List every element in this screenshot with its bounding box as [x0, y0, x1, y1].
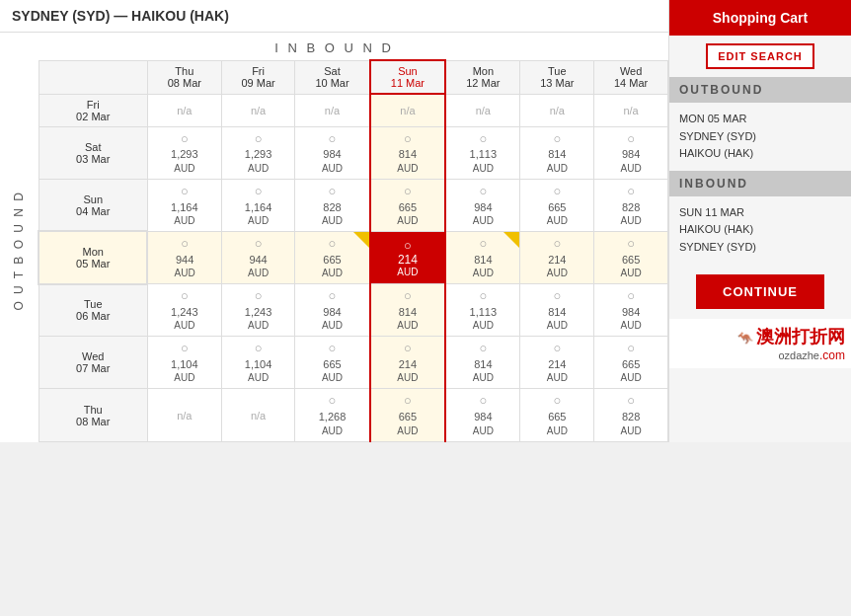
cell[interactable]: ○944AUD: [221, 231, 295, 283]
outbound-from: SYDNEY (SYD): [679, 128, 841, 146]
table-row: Sun04 Mar○1,164AUD○1,164AUD○828AUD○665AU…: [39, 179, 668, 231]
cell[interactable]: n/a: [370, 94, 446, 126]
cell[interactable]: n/a: [295, 94, 370, 126]
inbound-label: I N B O U N D: [0, 33, 668, 59]
cell[interactable]: ○828AUD: [295, 179, 370, 231]
cell[interactable]: ○814AUD: [445, 231, 520, 283]
logo-url: ozdazhe.com: [778, 349, 845, 361]
cell[interactable]: ○984AUD: [594, 284, 668, 337]
cell[interactable]: ○984AUD: [445, 179, 520, 231]
row-header-wed: Wed07 Mar: [39, 337, 147, 389]
col-header-tue: Tue13 Mar: [520, 60, 594, 94]
cell[interactable]: ○984AUD: [445, 389, 520, 441]
row-header-mon: Mon05 Mar: [39, 231, 147, 283]
page-title: SYDNEY (SYD) — HAIKOU (HAK): [0, 0, 668, 33]
inbound-flight-info: SUN 11 MAR HAIKOU (HAK) SYDNEY (SYD): [669, 196, 851, 265]
cell[interactable]: ○665AUD: [370, 179, 446, 231]
outbound-label-col: O U T B O U N D: [0, 59, 38, 442]
table-row: Thu08 Marn/an/a○1,268AUD○665AUD○984AUD○6…: [39, 389, 668, 441]
corner-cell: [39, 60, 147, 94]
cell[interactable]: ○665AUD: [370, 389, 446, 441]
outbound-label-text: O U T B O U N D: [12, 183, 26, 319]
cell[interactable]: ○1,104AUD: [221, 337, 295, 389]
cell[interactable]: ○814AUD: [445, 337, 520, 389]
cell[interactable]: ○214AUD: [370, 231, 446, 283]
col-header-sat: Sat10 Mar: [295, 60, 370, 94]
shopping-cart-header: Shopping Cart: [669, 0, 851, 36]
cell[interactable]: ○1,113AUD: [445, 126, 520, 179]
continue-button[interactable]: CONTINUE: [696, 274, 824, 309]
cell[interactable]: n/a: [445, 94, 520, 126]
col-header-fri: Fri09 Mar: [221, 60, 295, 94]
row-header-tue: Tue06 Mar: [39, 284, 147, 337]
cell[interactable]: ○665AUD: [520, 179, 594, 231]
cell[interactable]: ○984AUD: [594, 126, 668, 179]
cell[interactable]: ○1,293AUD: [147, 126, 221, 179]
cell[interactable]: ○984AUD: [295, 126, 370, 179]
cell[interactable]: ○1,243AUD: [147, 284, 221, 337]
edit-search-button[interactable]: EDIT SEARCH: [706, 43, 814, 69]
cell[interactable]: n/a: [221, 94, 295, 126]
cell[interactable]: ○814AUD: [520, 284, 594, 337]
cell[interactable]: ○814AUD: [370, 126, 446, 179]
cell[interactable]: ○984AUD: [295, 284, 370, 337]
cell[interactable]: ○944AUD: [147, 231, 221, 283]
inbound-to: SYDNEY (SYD): [679, 239, 841, 257]
table-row: Sat03 Mar○1,293AUD○1,293AUD○984AUD○814AU…: [39, 126, 668, 179]
cell[interactable]: n/a: [147, 94, 221, 126]
table-row: Wed07 Mar○1,104AUD○1,104AUD○665AUD○214AU…: [39, 337, 668, 389]
flight-section: SYDNEY (SYD) — HAIKOU (HAK) I N B O U N …: [0, 0, 668, 442]
cell[interactable]: ○214AUD: [370, 337, 446, 389]
cell[interactable]: ○665AUD: [295, 231, 370, 283]
outbound-date: MON 05 MAR: [679, 111, 841, 128]
logo-area: 🦘 澳洲打折网 ozdazhe.com: [669, 319, 851, 368]
table-container: Thu08 MarFri09 MarSat10 MarSun11 MarMon1…: [38, 59, 668, 442]
cell[interactable]: ○665AUD: [520, 389, 594, 441]
col-header-thu: Thu08 Mar: [147, 60, 221, 94]
row-header-sun: Sun04 Mar: [39, 179, 147, 231]
cell[interactable]: ○814AUD: [370, 284, 446, 337]
table-row: Mon05 Mar○944AUD○944AUD○665AUD○214AUD○81…: [39, 231, 668, 283]
col-header-wed: Wed14 Mar: [594, 60, 668, 94]
cell[interactable]: ○1,243AUD: [221, 284, 295, 337]
cell[interactable]: n/a: [221, 389, 295, 441]
cell[interactable]: n/a: [520, 94, 594, 126]
cell[interactable]: ○828AUD: [594, 389, 668, 441]
col-header-sun: Sun11 Mar: [370, 60, 446, 94]
cell[interactable]: ○814AUD: [520, 126, 594, 179]
main-container: SYDNEY (SYD) — HAIKOU (HAK) I N B O U N …: [0, 0, 851, 442]
cell[interactable]: ○665AUD: [594, 337, 668, 389]
cell[interactable]: ○828AUD: [594, 179, 668, 231]
inbound-from: HAIKOU (HAK): [679, 221, 841, 239]
logo-text: 澳洲打折网: [756, 327, 845, 346]
cell[interactable]: ○1,164AUD: [147, 179, 221, 231]
outbound-flight-info: MON 05 MAR SYDNEY (SYD) HAIKOU (HAK): [669, 103, 851, 171]
table-row: Tue06 Mar○1,243AUD○1,243AUD○984AUD○814AU…: [39, 284, 668, 337]
grid-wrapper: O U T B O U N D Thu08 MarFri09 MarSat10 …: [0, 59, 668, 442]
inbound-section-label: INBOUND: [669, 171, 851, 196]
cell[interactable]: ○214AUD: [520, 231, 594, 283]
outbound-section-label: OUTBOUND: [669, 77, 851, 103]
cell[interactable]: ○665AUD: [295, 337, 370, 389]
cell[interactable]: ○1,113AUD: [445, 284, 520, 337]
outbound-to: HAIKOU (HAK): [679, 145, 841, 163]
logo-icon: 🦘: [737, 331, 753, 346]
cell[interactable]: ○1,164AUD: [221, 179, 295, 231]
cell[interactable]: ○1,268AUD: [295, 389, 370, 441]
inbound-date: SUN 11 MAR: [679, 204, 841, 222]
row-header-sat: Sat03 Mar: [39, 126, 147, 179]
col-header-mon: Mon12 Mar: [445, 60, 520, 94]
flight-table: Thu08 MarFri09 MarSat10 MarSun11 MarMon1…: [38, 59, 668, 442]
row-header-fri: Fri02 Mar: [39, 94, 147, 126]
cell[interactable]: ○1,104AUD: [147, 337, 221, 389]
cell[interactable]: n/a: [594, 94, 668, 126]
right-panel: Shopping Cart EDIT SEARCH OUTBOUND MON 0…: [668, 0, 851, 442]
cell[interactable]: ○1,293AUD: [221, 126, 295, 179]
cell[interactable]: ○665AUD: [594, 231, 668, 283]
row-header-thu: Thu08 Mar: [39, 389, 147, 441]
table-row: Fri02 Marn/an/an/an/an/an/an/a: [39, 94, 668, 126]
cell[interactable]: ○214AUD: [520, 337, 594, 389]
cell[interactable]: n/a: [147, 389, 221, 441]
